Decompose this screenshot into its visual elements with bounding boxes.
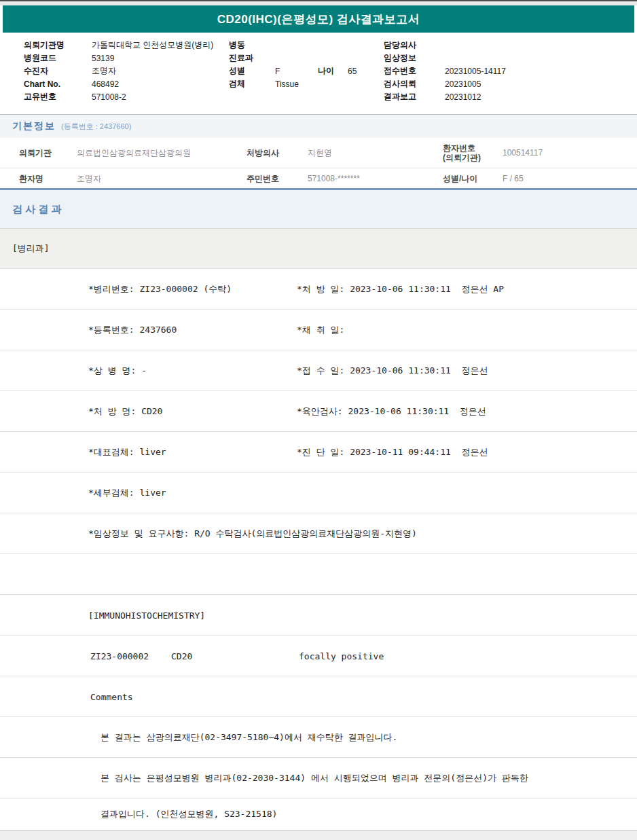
ihc-specimen-id: ZI23-000002: [90, 651, 149, 661]
header-field-ward: 병동: [229, 39, 357, 52]
field-value: Tissue: [275, 79, 299, 89]
basic-info-table: 의뢰기관 의료법인삼광의료재단삼광의원 처방의사 지현영 환자번호(의뢰기관) …: [0, 138, 637, 188]
result-rows: *병리번호: ZI23-000002 (수탁) *처 방 일: 2023-10-…: [0, 269, 637, 830]
header-field-request-date: 검사의뢰 20231005: [384, 77, 506, 90]
field-value: 65: [348, 67, 357, 76]
field-value: 20231012: [445, 92, 481, 102]
result-row-comment: 본 결과는 삼광의료재단(02-3497-5180~4)에서 재수탁한 결과입니…: [0, 717, 637, 758]
sex-age-value: F / 65: [503, 174, 524, 183]
header-field-clinical-info: 임상정보: [384, 52, 506, 65]
patient-no-label-line2: (의뢰기관): [443, 153, 481, 162]
field-label: 검사의뢰: [384, 78, 445, 90]
table-row: 의뢰기관 의료법인삼광의료재단삼광의원 처방의사 지현영 환자번호(의뢰기관) …: [0, 138, 637, 168]
field-label: 접수번호: [384, 65, 445, 77]
result-left: *상 병 명: -: [88, 365, 147, 377]
header-field-report-date: 결과보고 20231012: [384, 90, 506, 103]
section-subtitle: (등록번호 : 2437660): [61, 122, 131, 132]
header-field-attending-doctor: 담당의사: [384, 39, 506, 52]
comments-label: Comments: [90, 691, 133, 701]
field-label: 병동: [229, 39, 275, 51]
field-label: 성별: [229, 65, 275, 77]
field-value: 571008-2: [92, 92, 126, 102]
header-field-department: 진료과: [229, 52, 357, 65]
result-row-ihc-values: ZI23-000002 CD20 focally positive: [0, 636, 637, 676]
result-left: *대표검체: liver: [88, 446, 166, 458]
lab-report-page: CD20(IHC)(은평성모) 검사결과보고서 의뢰기관명 가톨릭대학교 인천성…: [0, 0, 637, 840]
field-label: 나이: [318, 65, 348, 77]
prescribing-doctor-label: 처방의사: [247, 147, 279, 159]
test-result-section-header: 검 사 결 과: [0, 190, 637, 229]
field-label: 담당의사: [384, 39, 445, 51]
header-field-chart-no: Chart No. 468492: [24, 77, 213, 90]
section-title: 기본정보: [12, 120, 56, 132]
result-row-comment: 결과입니다. (인천성모병원, S23-21518): [0, 799, 637, 830]
section-title: 검 사 결 과: [12, 203, 62, 216]
result-row: *대표검체: liver *진 단 일: 2023-10-11 09:44:11…: [0, 432, 637, 473]
result-right: *접 수 일: 2023-10-06 11:30:11 정은선: [297, 365, 488, 377]
resident-no-label: 주민번호: [247, 172, 279, 184]
ihc-test-name: CD20: [171, 651, 192, 661]
patient-name-label: 환자명: [19, 172, 43, 184]
result-row-ihc-header: [IMMUNOHISTOCHEMISTRY]: [0, 595, 637, 636]
result-right: *채 취 일:: [297, 324, 344, 336]
header-middle-column: 병동 진료과 성별 F 나이 65 검체 Tissue: [229, 39, 357, 90]
patient-no-label: 환자번호(의뢰기관): [443, 143, 481, 162]
header-field-unique-no: 고유번호 571008-2: [24, 90, 213, 103]
resident-no-value: 571008-*******: [308, 174, 360, 183]
field-value: 468492: [92, 79, 119, 89]
field-label: 임상정보: [384, 52, 445, 64]
result-right: *진 단 일: 2023-10-11 09:44:11 정은선: [297, 446, 488, 458]
field-label: 고유번호: [24, 91, 92, 103]
field-value: 가톨릭대학교 인천성모병원(병리): [92, 39, 213, 51]
comment-line: 본 검사는 은평성모병원 병리과(02-2030-3144) 에서 시행되었으며…: [101, 772, 528, 784]
header-field-accession-no: 접수번호 20231005-14117: [384, 65, 506, 77]
result-row: *세부검체: liver: [0, 473, 637, 513]
header-field-specimen: 검체 Tissue: [229, 77, 357, 90]
header-field-hospital-code: 병원코드 53139: [24, 52, 213, 65]
result-right: *처 방 일: 2023-10-06 11:30:11 정은선 AP: [297, 283, 504, 295]
field-value: F: [275, 67, 318, 76]
window-top-strip: [0, 0, 637, 5]
report-title-bar: CD20(IHC)(은평성모) 검사결과보고서: [3, 5, 634, 33]
referring-org-value: 의료법인삼광의료재단삼광의원: [77, 147, 191, 159]
basic-info-section-header: 기본정보 (등록번호 : 2437660): [0, 114, 637, 138]
field-value: 53139: [92, 54, 114, 63]
field-label: 진료과: [229, 52, 275, 64]
result-row-empty: [0, 554, 637, 595]
result-right: *육안검사: 2023-10-06 11:30:11 정은선: [297, 405, 486, 418]
result-left: [IMMUNOHISTOCHEMISTRY]: [88, 610, 205, 620]
header-field-org-name: 의뢰기관명 가톨릭대학교 인천성모병원(병리): [24, 39, 213, 52]
header-info: 의뢰기관명 가톨릭대학교 인천성모병원(병리) 병원코드 53139 수진자 조…: [0, 33, 637, 114]
field-label: 병원코드: [24, 52, 92, 64]
field-label: 의뢰기관명: [24, 39, 92, 51]
sex-age-label: 성별/나이: [443, 172, 477, 184]
table-row: 환자명 조명자 주민번호 571008-******* 성별/나이 F / 65: [0, 168, 637, 188]
department-row: [병리과]: [0, 229, 637, 269]
field-value: 20231005: [445, 79, 481, 89]
result-row: *임상정보 및 요구사항: R/O 수탁검사(의료법인삼광의료재단삼광의원-지현…: [0, 513, 637, 554]
prescribing-doctor-value: 지현영: [308, 147, 332, 159]
patient-no-label-line1: 환자번호: [443, 143, 475, 153]
field-label: 검체: [229, 78, 275, 90]
referring-org-label: 의뢰기관: [19, 147, 52, 159]
result-row-comments-header: Comments: [0, 676, 637, 717]
patient-no-value: 100514117: [503, 148, 543, 158]
comment-line: 본 결과는 삼광의료재단(02-3497-5180~4)에서 재수탁한 결과입니…: [101, 731, 397, 744]
field-label: 결과보고: [384, 91, 445, 103]
result-left: *병리번호: ZI23-000002 (수탁): [88, 283, 232, 295]
department-label: [병리과]: [12, 242, 50, 255]
result-row: *처 방 명: CD20 *육안검사: 2023-10-06 11:30:11 …: [0, 391, 637, 432]
patient-name-value: 조명자: [77, 172, 101, 184]
header-field-sex-age: 성별 F 나이 65: [229, 65, 357, 77]
result-left: *임상정보 및 요구사항: R/O 수탁검사(의료법인삼광의료재단삼광의원-지현…: [88, 528, 417, 540]
result-left: *처 방 명: CD20: [88, 405, 162, 418]
result-row: *병리번호: ZI23-000002 (수탁) *처 방 일: 2023-10-…: [0, 269, 637, 310]
field-label: 수진자: [24, 65, 92, 77]
result-left: *세부검체: liver: [88, 487, 166, 499]
result-row: *등록번호: 2437660 *채 취 일:: [0, 310, 637, 350]
header-left-column: 의뢰기관명 가톨릭대학교 인천성모병원(병리) 병원코드 53139 수진자 조…: [24, 39, 213, 103]
field-label: Chart No.: [24, 79, 92, 89]
result-row-comment: 본 검사는 은평성모병원 병리과(02-2030-3144) 에서 시행되었으며…: [0, 758, 637, 799]
field-value: 20231005-14117: [445, 67, 506, 76]
result-row: *상 병 명: - *접 수 일: 2023-10-06 11:30:11 정은…: [0, 350, 637, 391]
